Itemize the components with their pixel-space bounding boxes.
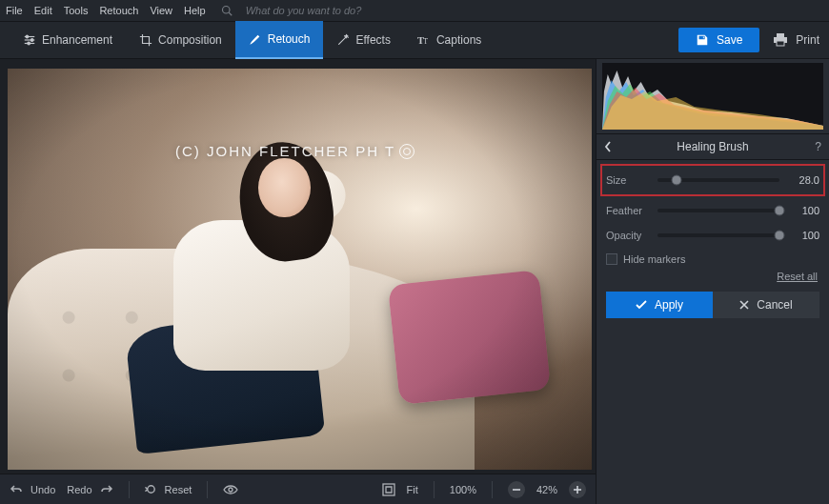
redo-label: Redo xyxy=(67,484,91,495)
slider-value: 100 xyxy=(787,230,819,241)
menu-bar: File Edit Tools Retouch View Help xyxy=(0,0,829,21)
tab-label: Enhancement xyxy=(42,33,112,47)
svg-point-0 xyxy=(222,7,230,14)
svg-point-13 xyxy=(229,488,233,492)
close-icon xyxy=(739,300,749,310)
toolbar: Enhancement Composition Retouch Effects … xyxy=(0,21,829,59)
svg-point-5 xyxy=(26,35,29,38)
slider-feather[interactable]: Feather 100 xyxy=(606,198,819,223)
slider-track[interactable] xyxy=(657,233,779,237)
brush-icon xyxy=(249,32,262,46)
reset-label: Reset xyxy=(165,484,192,495)
crop-icon xyxy=(139,33,152,47)
undo-label: Undo xyxy=(30,484,55,495)
menu-edit[interactable]: Edit xyxy=(34,5,52,16)
fit-label[interactable]: Fit xyxy=(407,484,418,495)
slider-size[interactable]: Size 28.0 xyxy=(602,166,823,194)
apply-button[interactable]: Apply xyxy=(606,292,713,318)
zoom-pct[interactable]: 100% xyxy=(450,484,476,495)
watermark: (C) JOHN FLETCHER PH T xyxy=(175,143,414,159)
slider-track[interactable] xyxy=(657,178,779,182)
tab-retouch[interactable]: Retouch xyxy=(235,21,324,59)
tab-label: Captions xyxy=(436,33,481,47)
hide-markers-checkbox[interactable]: Hide markers xyxy=(606,253,819,265)
check-icon xyxy=(636,300,647,310)
search-input[interactable] xyxy=(244,4,823,17)
bottom-bar: Undo Redo Reset Fit 100% xyxy=(0,474,596,504)
text-icon: TT xyxy=(417,33,431,47)
save-label: Save xyxy=(717,33,742,47)
back-button[interactable] xyxy=(596,134,619,159)
zoom-out-pct: 42% xyxy=(536,484,557,495)
eye-icon[interactable] xyxy=(223,484,238,495)
tab-effects[interactable]: Effects xyxy=(323,21,403,59)
tab-composition[interactable]: Composition xyxy=(126,21,235,59)
main-area: (C) JOHN FLETCHER PH T Undo Redo Reset xyxy=(0,59,829,504)
tab-label: Retouch xyxy=(268,32,311,46)
reset-all-link[interactable]: Reset all xyxy=(608,271,818,282)
photo xyxy=(8,69,592,470)
right-panel: Healing Brush ? Size 28.0 Feather 100 Op… xyxy=(596,59,829,504)
redo-button[interactable]: Redo xyxy=(67,484,112,495)
help-button[interactable]: ? xyxy=(807,134,829,159)
checkbox-icon[interactable] xyxy=(606,253,617,265)
slider-label: Opacity xyxy=(606,230,650,241)
sliders-group: Size 28.0 Feather 100 Opacity 100 Hide m… xyxy=(596,160,829,324)
slider-value: 100 xyxy=(787,205,819,216)
slider-label: Feather xyxy=(606,205,650,216)
slider-label: Size xyxy=(606,174,650,186)
save-icon xyxy=(696,33,709,47)
menu-view[interactable]: View xyxy=(150,5,172,16)
slider-opacity[interactable]: Opacity 100 xyxy=(606,223,819,248)
reset-button[interactable]: Reset xyxy=(145,483,192,495)
menu-help[interactable]: Help xyxy=(184,5,206,16)
reset-icon xyxy=(145,483,157,495)
app-window: File Edit Tools Retouch View Help Enhanc… xyxy=(0,0,829,504)
tab-label: Effects xyxy=(355,33,390,47)
svg-text:T: T xyxy=(423,37,428,46)
wand-icon xyxy=(336,33,350,47)
redo-icon xyxy=(100,484,113,495)
svg-line-1 xyxy=(229,12,232,15)
slider-track[interactable] xyxy=(657,209,779,212)
zoom-out-button[interactable] xyxy=(508,481,525,498)
image-canvas[interactable]: (C) JOHN FLETCHER PH T xyxy=(0,59,596,474)
slider-value: 28.0 xyxy=(787,174,819,186)
svg-rect-12 xyxy=(777,41,784,46)
search-icon xyxy=(221,5,233,16)
menu-tools[interactable]: Tools xyxy=(64,5,89,16)
svg-rect-10 xyxy=(777,33,784,37)
svg-point-6 xyxy=(30,39,33,42)
panel-header: Healing Brush ? xyxy=(596,133,829,160)
svg-point-7 xyxy=(28,42,30,45)
fit-icon[interactable] xyxy=(382,483,395,496)
tab-enhancement[interactable]: Enhancement xyxy=(10,21,126,59)
zoom-in-button[interactable] xyxy=(569,481,586,498)
print-label: Print xyxy=(796,33,819,47)
undo-button[interactable]: Undo xyxy=(10,484,55,495)
histogram xyxy=(602,63,823,130)
save-button[interactable]: Save xyxy=(678,28,759,52)
menu-retouch[interactable]: Retouch xyxy=(99,5,138,16)
menu-file[interactable]: File xyxy=(6,5,23,16)
cancel-button[interactable]: Cancel xyxy=(713,292,819,318)
tab-captions[interactable]: TT Captions xyxy=(404,21,495,59)
apply-label: Apply xyxy=(655,298,683,312)
cancel-label: Cancel xyxy=(757,298,792,312)
print-button[interactable]: Print xyxy=(773,33,819,47)
print-icon xyxy=(773,33,788,47)
sliders-icon xyxy=(23,33,36,47)
undo-icon xyxy=(10,484,23,495)
tab-label: Composition xyxy=(158,33,222,47)
hide-markers-label: Hide markers xyxy=(623,253,685,265)
svg-rect-14 xyxy=(383,484,394,495)
apply-row: Apply Cancel xyxy=(606,292,819,318)
panel-title: Healing Brush xyxy=(677,140,748,153)
